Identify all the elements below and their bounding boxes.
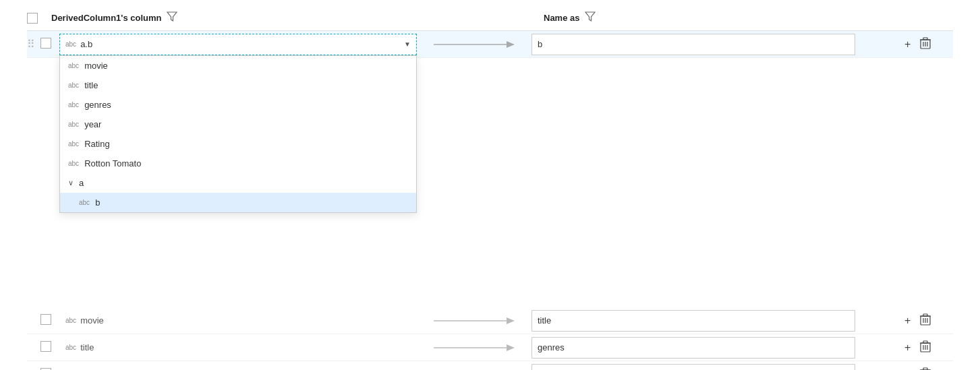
dropdown-item-label: movie: [84, 61, 108, 71]
abc-icon: abc: [68, 62, 79, 69]
dropdown-item-title[interactable]: abc title: [60, 75, 416, 95]
delete-button-3[interactable]: [919, 339, 932, 357]
dropdown-item-label: Rotton Tomato: [84, 158, 141, 168]
drag-handle[interactable]: ⠿: [27, 341, 40, 354]
dropdown-group-a[interactable]: ∨ a: [60, 173, 416, 193]
header-checkbox-col: [27, 13, 51, 24]
name-input-col-3: [531, 337, 892, 359]
abc-icon: abc: [79, 199, 90, 206]
svg-marker-17: [507, 344, 515, 351]
abc-badge: abc: [65, 344, 76, 351]
source-col-3: abc title: [59, 337, 417, 359]
name-input-4[interactable]: [531, 364, 855, 371]
name-as-label: Name as: [544, 13, 579, 23]
dropdown-item-label: Rating: [84, 139, 110, 149]
dropdown-item-label: title: [84, 80, 98, 90]
dropdown-display-3[interactable]: abc title: [59, 337, 417, 359]
actions-col-2: +: [892, 312, 953, 330]
source-value-3: title: [80, 342, 411, 352]
add-button-1[interactable]: +: [903, 37, 912, 52]
abc-icon: abc: [68, 101, 79, 109]
chevron-down-icon: ∨: [68, 179, 74, 187]
dropdown-arrow-icon: ▼: [404, 40, 411, 48]
arrow-col-2: [417, 314, 531, 328]
table-row: ⠿ abc genres +: [27, 361, 953, 370]
table-row: ⠿ abc title +: [27, 334, 953, 361]
abc-icon: abc: [68, 160, 79, 167]
source-column-label: DerivedColumn1's column: [51, 13, 161, 23]
dropdown-item-rotton-tomato[interactable]: abc Rotton Tomato: [60, 154, 416, 173]
abc-icon: abc: [68, 82, 79, 89]
abc-icon: abc: [68, 121, 79, 128]
delete-button-1[interactable]: [919, 36, 932, 53]
name-input-3[interactable]: [531, 337, 855, 359]
add-button-4[interactable]: +: [903, 367, 912, 371]
svg-marker-1: [507, 41, 515, 48]
arrow-col-1: [417, 38, 531, 51]
dropdown-selected-1[interactable]: abc a.b ▼: [59, 34, 417, 55]
actions-col-3: +: [892, 339, 953, 357]
row-checkbox-3[interactable]: [40, 341, 54, 354]
arrow-col-3: [417, 341, 531, 354]
table-row: ⠿ abc a.b ▼ abc movie abc: [27, 31, 953, 58]
row-checkbox-2[interactable]: [40, 314, 54, 327]
table-row: ⠿ abc movie +: [27, 307, 953, 334]
dropdown-item-b[interactable]: abc b: [60, 193, 416, 212]
source-value-2: movie: [80, 315, 411, 326]
delete-button-2[interactable]: [919, 312, 932, 330]
dropdown-item-year[interactable]: abc year: [60, 115, 416, 134]
dropdown-item-label: b: [95, 197, 100, 208]
dropdown-item-rating[interactable]: abc Rating: [60, 134, 416, 154]
dropdown-item-label: genres: [84, 100, 111, 110]
source-col-4: abc genres: [59, 364, 417, 371]
source-dropdown-1[interactable]: abc a.b ▼ abc movie abc title abc: [59, 34, 417, 55]
name-input-col-1: [531, 34, 892, 55]
dropdown-item-movie[interactable]: abc movie: [60, 56, 416, 75]
drag-handle[interactable]: ⠿: [27, 314, 40, 327]
main-container: DerivedColumn1's column Name as ⠿: [0, 0, 980, 370]
abc-icon: abc: [68, 140, 79, 148]
dropdown-item-label: year: [84, 119, 101, 129]
table-header: DerivedColumn1's column Name as: [27, 11, 953, 31]
name-input-1[interactable]: [531, 34, 855, 55]
dropdown-menu-1[interactable]: abc movie abc title abc genres abc year: [59, 55, 417, 213]
dropdown-display-2[interactable]: abc movie: [59, 310, 417, 332]
rows-area: ⠿ abc a.b ▼ abc movie abc: [27, 31, 953, 370]
drag-handle[interactable]: ⠿: [27, 38, 40, 51]
actions-col-1: +: [892, 36, 953, 53]
name-input-col-4: [531, 364, 892, 371]
delete-button-4[interactable]: [919, 366, 932, 371]
dropdown-display-4[interactable]: abc genres: [59, 364, 417, 371]
name-input-col-2: [531, 310, 892, 332]
group-label: a: [79, 178, 84, 188]
source-col-2: abc movie: [59, 310, 417, 332]
name-filter-icon[interactable]: [585, 11, 596, 25]
dropdown-item-genres[interactable]: abc genres: [60, 95, 416, 115]
arrow-col-4: [417, 368, 531, 371]
svg-marker-9: [507, 317, 515, 324]
add-button-3[interactable]: +: [903, 340, 912, 355]
header-checkbox[interactable]: [27, 13, 38, 24]
add-button-2[interactable]: +: [903, 313, 912, 328]
actions-col-4: +: [892, 366, 953, 371]
abc-badge: abc: [65, 40, 76, 48]
selected-value-1: a.b: [80, 39, 400, 49]
header-name-col: Name as: [544, 11, 892, 25]
source-filter-icon[interactable]: [167, 11, 177, 25]
header-source-col: DerivedColumn1's column: [51, 11, 429, 25]
abc-badge: abc: [65, 317, 76, 324]
row-checkbox-1[interactable]: [40, 38, 54, 51]
name-input-2[interactable]: [531, 310, 855, 332]
